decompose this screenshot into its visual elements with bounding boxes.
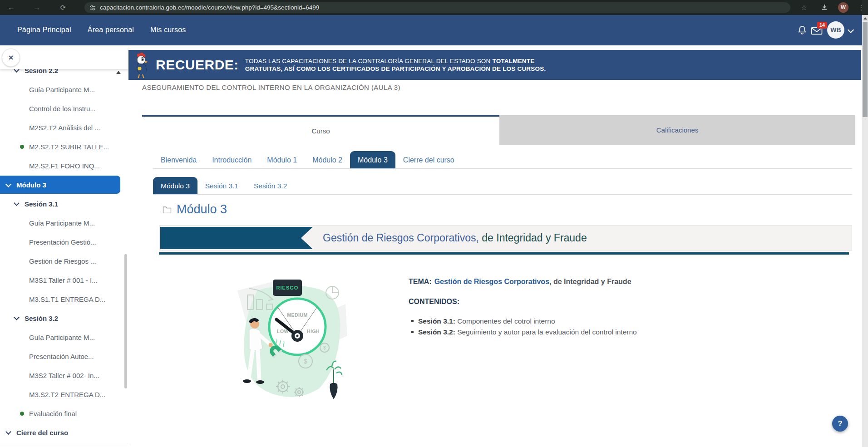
- sidebar-item-presentaci-n-autoe[interactable]: Presentación Autoe...: [0, 347, 128, 366]
- tab-curso-label: Curso: [311, 127, 330, 135]
- sidebar-header: ✕: [0, 45, 128, 69]
- sidebar-item-label: Guía Participante M...: [29, 334, 95, 341]
- folder-icon: [163, 206, 172, 213]
- tab-calificaciones-label: Calificaciones: [656, 126, 699, 134]
- chevron-down-icon: [5, 429, 11, 435]
- gauge-high-label: HIGH: [307, 329, 320, 334]
- site-settings-icon[interactable]: [89, 5, 96, 11]
- navbar-links: Página PrincipalÁrea personalMis cursos: [0, 15, 868, 34]
- module-tabs: Módulo 3Sesión 3.1Sesión 3.2: [153, 177, 295, 195]
- section-tabs-underline: [153, 168, 852, 169]
- sidebar-scrollbar-thumb[interactable]: [124, 254, 127, 388]
- sidebar-item-label: M3S1 Taller # 001 - I...: [29, 276, 98, 284]
- sidebar-item-gu-a-participante-m[interactable]: Guía Participante M...: [0, 213, 128, 232]
- contenido-item: Sesión 3.2: Seguimiento y autor para la …: [411, 327, 745, 338]
- completion-dot-icon: [20, 145, 24, 149]
- sidebar-item-label: Presentación Autoe...: [29, 353, 94, 360]
- svg-text:$: $: [323, 345, 326, 350]
- session-text: Seguimiento y autor para la evaluación d…: [457, 328, 637, 336]
- sidebar-item-m3-s1-t1-entrega-d[interactable]: M3.S1.T1 ENTREGA D...: [0, 290, 128, 309]
- sidebar-item-label: Guía Participante M...: [29, 219, 95, 227]
- sidebar-item-m3-s2-t2-entrega-d[interactable]: M3.S2.T2 ENTREGA D...: [0, 385, 128, 404]
- tema-highlight: Gestión de Riesgos Corporativos: [434, 278, 549, 285]
- sidebar-item-label: Presentación Gestió...: [29, 238, 96, 246]
- module-banner-title-primary: Gestión de Riesgos Corporativos,: [323, 232, 479, 244]
- tab-curso[interactable]: Curso: [142, 115, 499, 145]
- scrollbar-up-arrow[interactable]: [862, 15, 868, 21]
- navbar-link-rea-personal[interactable]: Área personal: [88, 26, 134, 34]
- tab-calificaciones[interactable]: Calificaciones: [499, 115, 855, 145]
- sidebar-item-label: M3.S2.T2 ENTREGA D...: [29, 391, 105, 398]
- pie-chart-icon: [326, 286, 339, 299]
- course-index-sidebar: ✕ Sesión 2.2Guía Participante M...Contro…: [0, 45, 128, 447]
- tab-introducci-n[interactable]: Introducción: [204, 151, 259, 169]
- messages-count-badge[interactable]: 14: [817, 22, 827, 29]
- session-text: Componentes del cotrol interno: [457, 317, 555, 325]
- sidebar-item-m3s1-taller-001-i[interactable]: M3S1 Taller # 001 - I...: [0, 270, 128, 290]
- tab-cierre-del-curso[interactable]: Cierre del curso: [395, 151, 462, 169]
- url-text: capacitacion.contraloria.gob.ec/moodle/c…: [100, 4, 319, 11]
- user-avatar[interactable]: WB: [827, 21, 844, 39]
- mascot-rooster-icon: [133, 53, 148, 79]
- sidebar-item-label: Módulo 3: [16, 181, 46, 189]
- session-label: Sesión 3.1:: [418, 317, 457, 325]
- page-scrollbar-thumb[interactable]: [863, 22, 868, 117]
- section-tabs: BienvenidaIntroducciónMódulo 1Módulo 2Mó…: [153, 151, 462, 169]
- chevron-down-icon: [14, 200, 20, 206]
- back-icon[interactable]: ←: [5, 0, 17, 15]
- notifications-bell-icon[interactable]: [797, 25, 807, 35]
- close-icon: ✕: [8, 54, 14, 61]
- module-banner-title: Gestión de Riesgos Corporativos, de Inte…: [323, 226, 587, 251]
- contenidos-label: CONTENIDOS:: [409, 298, 745, 306]
- sidebar-item-gesti-n-de-riesgos[interactable]: Gestión de Riesgos ...: [0, 251, 128, 270]
- tab-m-dulo-1[interactable]: Módulo 1: [259, 151, 305, 169]
- reminder-banner: RECUERDE: TODAS LAS CAPACITACIONES DE LA…: [128, 50, 861, 80]
- browser-profile-avatar[interactable]: W: [838, 2, 848, 13]
- sidebar-item-control-de-los-instru[interactable]: Control de los Instru...: [0, 99, 128, 118]
- sidebar-item-m2-s2-t2-subir-talle[interactable]: M2.S2.T2 SUBIR TALLE...: [0, 137, 128, 156]
- svg-text:$: $: [304, 358, 307, 365]
- sidebar-item-evaluaci-n-final[interactable]: Evaluación final: [0, 404, 128, 423]
- navbar-link-mis-cursos[interactable]: Mis cursos: [150, 26, 186, 34]
- sidebar-item-gu-a-participante-m[interactable]: Guía Participante M...: [0, 328, 128, 347]
- sidebar-item-m-dulo-3[interactable]: Módulo 3: [0, 176, 120, 194]
- sidebar-item-sesi-n-3-2[interactable]: Sesión 3.2: [0, 309, 128, 328]
- sidebar-item-m2-s2-f1-foro-inq[interactable]: M2.S2.F1 FORO INQ...: [0, 156, 128, 175]
- sidebar-nav: Sesión 2.2Guía Participante M...Control …: [0, 61, 128, 442]
- sidebar-item-label: Control de los Instru...: [29, 105, 96, 113]
- navbar-link-p-gina-principal[interactable]: Página Principal: [17, 26, 71, 34]
- sidebar-item-label: Sesión 3.1: [25, 200, 58, 208]
- tab-bienvenida[interactable]: Bienvenida: [153, 151, 204, 169]
- module-heading-text: Módulo 3: [177, 202, 227, 216]
- sidebar-item-label: Guía Participante M...: [29, 86, 95, 93]
- sidebar-item-label: Gestión de Riesgos ...: [29, 257, 96, 265]
- bookmark-star-icon[interactable]: ☆: [798, 0, 810, 15]
- refresh-icon[interactable]: ⟳: [57, 0, 69, 15]
- tab-sesi-n-3-1[interactable]: Sesión 3.1: [197, 177, 246, 195]
- sidebar-item-label: M3S2 Taller # 002- In...: [29, 372, 99, 379]
- address-bar[interactable]: capacitacion.contraloria.gob.ec/moodle/c…: [84, 2, 790, 13]
- tab-m-dulo-3[interactable]: Módulo 3: [350, 151, 395, 169]
- module-title-underline: [159, 252, 849, 255]
- plant-icon: [326, 361, 342, 399]
- risk-gauge-illustration: RIESGO MEDIUM LOW HIGH $ $: [229, 276, 350, 408]
- close-drawer-button[interactable]: ✕: [2, 49, 20, 67]
- sidebar-item-m2s2-t2-an-lisis-del[interactable]: M2S2.T2 Análisis del ...: [0, 118, 128, 137]
- sidebar-item-m3s2-taller-002-in[interactable]: M3S2 Taller # 002- In...: [0, 366, 128, 385]
- help-question-icon: ?: [838, 420, 843, 428]
- tab-m-dulo-2[interactable]: Módulo 2: [305, 151, 350, 169]
- sidebar-item-cierre-del-curso[interactable]: Cierre del curso: [0, 423, 128, 442]
- sidebar-item-gu-a-participante-m[interactable]: Guía Participante M...: [0, 80, 128, 99]
- tab-m-dulo-3[interactable]: Módulo 3: [153, 177, 197, 195]
- sidebar-item-sesi-n-3-1[interactable]: Sesión 3.1: [0, 194, 128, 213]
- help-button[interactable]: ?: [832, 416, 848, 432]
- sidebar-item-presentaci-n-gesti[interactable]: Presentación Gestió...: [0, 232, 128, 251]
- forward-icon[interactable]: →: [31, 0, 43, 15]
- course-title: ASEGURAMIENTO DEL CONTROL INTERNO EN LA …: [142, 84, 400, 91]
- sidebar-item-label: M3.S1.T1 ENTREGA D...: [29, 295, 105, 303]
- reminder-text: TODAS LAS CAPACITACIONES DE LA CONTRALOR…: [245, 57, 546, 73]
- module-content: TEMA:Gestión de Riesgos Corporativos, de…: [409, 278, 745, 338]
- browser-chrome: ← → ⟳ capacitacion.contraloria.gob.ec/mo…: [0, 0, 868, 15]
- tab-sesi-n-3-2[interactable]: Sesión 3.2: [246, 177, 295, 195]
- download-icon[interactable]: [821, 4, 828, 11]
